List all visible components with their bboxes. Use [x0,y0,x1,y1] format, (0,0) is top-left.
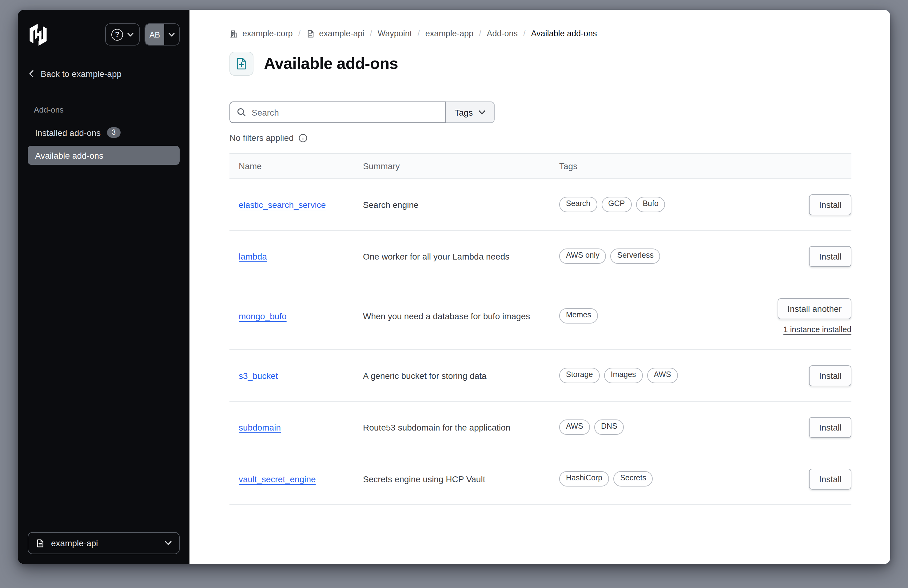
breadcrumb-item-available-add-ons: Available add-ons [531,29,597,38]
tag-pill-search: Search [559,197,597,212]
addon-link-s3-bucket[interactable]: s3_bucket [239,371,287,381]
table-row-mongo-bufo: mongo_bufoWhen you need a database for b… [229,282,852,350]
breadcrumb-separator: / [523,29,526,38]
breadcrumb-label: Add-ons [486,29,518,38]
addon-actions: Install [809,365,852,386]
main-content: example-corp/example-api/Waypoint/exampl… [190,10,890,564]
breadcrumb-item-example-corp[interactable]: example-corp [229,29,293,38]
table-row-s3-bucket: s3_bucketA generic bucket for storing da… [229,350,852,402]
project-switcher-label: example-api [51,538,98,548]
table-header: Name Summary Tags [229,153,852,179]
tag-pill-aws: AWS [647,368,678,383]
breadcrumb-item-example-app[interactable]: example-app [425,29,473,38]
breadcrumb-separator: / [479,29,481,38]
addon-tags: SearchGCPBufo [559,197,809,212]
avatar: AB [145,24,164,45]
addon-tags: StorageImagesAWS [559,368,809,383]
table-body: elastic_search_serviceSearch engineSearc… [229,179,852,505]
tags-filter-label: Tags [455,107,473,117]
tag-pill-serverless: Serverless [610,249,660,263]
tag-pill-aws: AWS [559,419,590,435]
install-button-s3-bucket[interactable]: Install [809,365,852,386]
breadcrumb-separator: / [298,29,301,38]
chevron-down-icon [165,541,172,546]
install-button-subdomain[interactable]: Install [809,417,852,438]
install-button-lambda[interactable]: Install [809,246,852,267]
search-input[interactable] [251,107,439,117]
addons-table: Name Summary Tags elastic_search_service… [229,153,852,505]
search-icon [237,108,246,117]
sidebar-item-label: Installed add-ons [35,128,101,137]
addon-link-elastic-search-service[interactable]: elastic_search_service [239,199,334,209]
instances-installed-link[interactable]: 1 instance installed [783,325,852,334]
tag-pill-dns: DNS [594,419,624,435]
install-button-elastic-search-service[interactable]: Install [809,194,852,215]
back-link[interactable]: Back to example-app [28,69,180,79]
breadcrumb-label: example-api [319,29,364,38]
addon-link-mongo-bufo[interactable]: mongo_bufo [239,311,295,321]
chevron-down-icon [164,32,179,37]
addon-actions: Install [809,246,852,267]
tag-pill-gcp: GCP [601,197,631,212]
addon-tags: AWS onlyServerless [559,249,809,263]
sidebar: ? AB Back to [18,10,190,564]
addon-summary: When you need a database for bufo images [363,311,559,321]
app-window: ? AB Back to [18,10,890,564]
org-icon [229,29,238,38]
user-menu-button[interactable]: AB [145,23,180,45]
table-row-vault-secret-engine: vault_secret_engineSecrets engine using … [229,453,852,505]
sidebar-item-installed-add-ons[interactable]: Installed add-ons3 [28,123,180,142]
filters-status: No filters applied [229,133,294,143]
addon-link-vault-secret-engine[interactable]: vault_secret_engine [239,474,325,484]
addon-summary: One worker for all your Lambda needs [363,251,559,261]
column-header-tags: Tags [559,161,852,171]
addon-summary: Route53 subdomain for the application [363,422,559,432]
back-link-label: Back to example-app [40,69,121,79]
install-another-button-mongo-bufo[interactable]: Install another [778,298,852,319]
tag-pill-bufo: Bufo [636,197,665,212]
hashicorp-logo-icon [28,23,48,46]
search-box [229,101,446,123]
file-icon [306,29,315,38]
table-row-subdomain: subdomainRoute53 subdomain for the appli… [229,402,852,453]
tag-pill-hashicorp: HashiCorp [559,471,609,486]
chevron-down-icon [478,110,485,115]
breadcrumb-item-example-api[interactable]: example-api [306,29,364,38]
sidebar-item-available-add-ons[interactable]: Available add-ons [28,146,180,165]
tag-pill-storage: Storage [559,368,600,383]
addon-tags: Memes [559,308,778,323]
column-header-name: Name [239,161,363,171]
breadcrumb-label: Waypoint [378,29,412,38]
addon-link-lambda[interactable]: lambda [239,251,275,261]
addon-actions: Install [809,194,852,215]
addon-link-subdomain[interactable]: subdomain [239,422,290,432]
breadcrumb-label: Available add-ons [531,29,597,38]
breadcrumb-label: example-app [425,29,473,38]
addon-summary: Secrets engine using HCP Vault [363,474,559,484]
install-button-vault-secret-engine[interactable]: Install [809,468,852,489]
addon-tags: AWSDNS [559,419,809,435]
breadcrumb-item-add-ons[interactable]: Add-ons [486,29,518,38]
tags-filter-button[interactable]: Tags [445,101,494,123]
project-switcher[interactable]: example-api [28,532,180,554]
chevron-down-icon [127,32,134,37]
breadcrumb: example-corp/example-api/Waypoint/exampl… [229,29,852,38]
addon-summary: Search engine [363,199,559,209]
tag-pill-aws-only: AWS only [559,249,606,263]
help-icon: ? [111,29,123,40]
help-menu-button[interactable]: ? [105,23,140,45]
breadcrumb-separator: / [417,29,420,38]
breadcrumb-separator: / [370,29,372,38]
breadcrumb-item-waypoint[interactable]: Waypoint [378,29,412,38]
sidebar-section-label: Add-ons [28,105,180,114]
column-header-summary: Summary [363,161,559,171]
addon-actions: Install [809,417,852,438]
tag-pill-memes: Memes [559,308,598,323]
sidebar-item-label: Available add-ons [35,150,103,160]
table-row-lambda: lambdaOne worker for all your Lambda nee… [229,231,852,282]
count-badge: 3 [107,127,121,138]
addon-summary: A generic bucket for storing data [363,371,559,381]
sidebar-nav: Installed add-ons3Available add-ons [28,114,180,165]
addon-actions: Install another1 instance installed [778,298,852,334]
info-icon[interactable] [299,133,308,142]
